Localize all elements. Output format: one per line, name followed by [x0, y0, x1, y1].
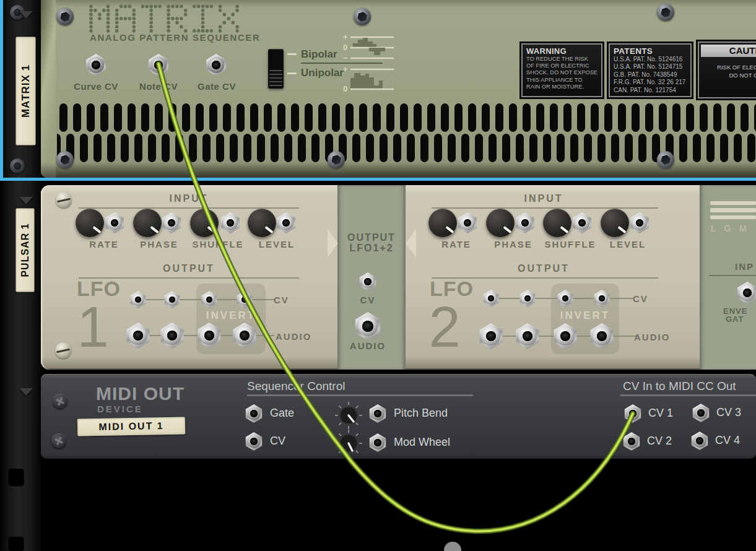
cable-highlight: [159, 64, 633, 531]
cable-outline: [159, 64, 633, 531]
cable-body: [159, 64, 633, 531]
patch-cable-note-cv-to-cv1[interactable]: [0, 0, 756, 551]
reason-rack-rear-view: MATRIX 1 PULSAR 1 ANALOG PATTERN SEQUENC…: [0, 0, 756, 551]
